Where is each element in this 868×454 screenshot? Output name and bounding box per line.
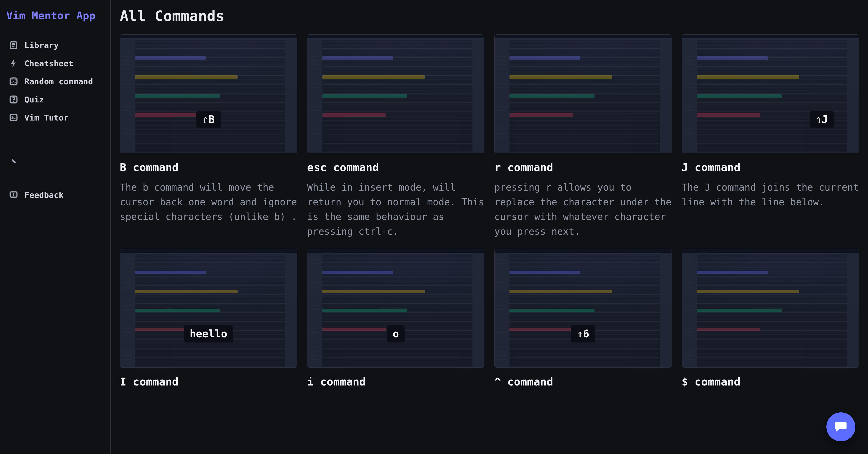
- sidebar-item-cheatsheet[interactable]: Cheatsheet: [6, 55, 104, 71]
- sidebar-item-vimtutor[interactable]: Vim Tutor: [6, 110, 104, 126]
- command-title: esc command: [307, 161, 485, 174]
- question-icon: [8, 94, 19, 104]
- key-badge: ⇧6: [571, 325, 595, 342]
- command-card[interactable]: esc command While in insert mode, will r…: [307, 34, 485, 239]
- command-card[interactable]: ⇧B B command The b command will move the…: [120, 34, 297, 239]
- sidebar-item-label: Random command: [24, 77, 93, 86]
- command-thumbnail: [682, 249, 859, 368]
- page-title: All Commands: [120, 8, 859, 24]
- command-thumbnail: ⇧J: [682, 34, 859, 153]
- command-thumbnail: [494, 34, 672, 153]
- theme-toggle[interactable]: [6, 153, 104, 170]
- sidebar-item-label: Cheatsheet: [24, 59, 73, 68]
- sidebar-item-library[interactable]: Library: [6, 37, 104, 53]
- key-badge: ⇧B: [196, 111, 221, 128]
- command-thumbnail: ⇧6: [494, 249, 672, 368]
- command-title: J command: [682, 161, 859, 174]
- command-card[interactable]: o i command: [307, 249, 485, 394]
- command-card[interactable]: heello I command: [120, 249, 297, 394]
- command-description: While in insert mode, will return you to…: [307, 180, 485, 239]
- terminal-icon: [8, 113, 19, 123]
- app-root: Vim Mentor App Library Cheatsheet Random…: [0, 0, 868, 454]
- main-content: All Commands ⇧B B command The b command …: [111, 0, 868, 454]
- chat-icon: [834, 420, 848, 434]
- dice-icon: [8, 77, 19, 86]
- chat-fab[interactable]: [827, 413, 855, 441]
- command-title: r command: [494, 161, 672, 174]
- command-card[interactable]: ⇧6 ^ command: [494, 249, 672, 394]
- svg-point-5: [14, 82, 16, 84]
- sidebar-item-label: Quiz: [24, 95, 44, 104]
- commands-grid: ⇧B B command The b command will move the…: [120, 34, 859, 394]
- sidebar-nav: Library Cheatsheet Random command Quiz: [6, 37, 104, 203]
- command-card[interactable]: ⇧J J command The J command joins the cur…: [682, 34, 859, 239]
- key-badge: heello: [184, 325, 233, 342]
- command-description: The J command joins the current line wit…: [682, 180, 859, 209]
- command-description: The b command will move the cursor back …: [120, 180, 297, 224]
- svg-point-2: [11, 79, 13, 81]
- moon-icon: [8, 156, 19, 167]
- command-thumbnail: [307, 34, 485, 153]
- command-thumbnail: heello: [120, 249, 297, 368]
- sidebar-item-quiz[interactable]: Quiz: [6, 91, 104, 108]
- book-icon: [8, 40, 19, 50]
- command-thumbnail: ⇧B: [120, 34, 297, 153]
- command-title: i command: [307, 375, 485, 388]
- sidebar-item-label: Feedback: [24, 190, 64, 200]
- key-badge: ⇧J: [810, 111, 834, 128]
- sidebar-item-label: Library: [24, 41, 59, 50]
- command-card[interactable]: $ command: [682, 249, 859, 394]
- feedback-icon: [8, 190, 19, 200]
- command-title: I command: [120, 375, 297, 388]
- key-badge: o: [387, 325, 405, 342]
- sidebar-gap: [6, 127, 104, 151]
- command-card[interactable]: r command pressing r allows you to repla…: [494, 34, 672, 239]
- app-logo[interactable]: Vim Mentor App: [6, 9, 104, 22]
- svg-point-6: [13, 81, 14, 82]
- command-title: B command: [120, 161, 297, 174]
- bolt-icon: [8, 58, 19, 68]
- sidebar-item-feedback[interactable]: Feedback: [6, 187, 104, 203]
- command-thumbnail: o: [307, 249, 485, 368]
- svg-point-3: [14, 79, 16, 81]
- svg-point-8: [13, 101, 14, 102]
- svg-point-11: [13, 195, 14, 196]
- sidebar-item-label: Vim Tutor: [24, 113, 68, 122]
- sidebar-item-random[interactable]: Random command: [6, 73, 104, 90]
- command-title: $ command: [682, 375, 859, 388]
- command-description: pressing r allows you to replace the cha…: [494, 180, 672, 239]
- sidebar: Vim Mentor App Library Cheatsheet Random…: [0, 0, 111, 454]
- svg-point-4: [11, 82, 13, 84]
- command-title: ^ command: [494, 375, 672, 388]
- sidebar-gap: [6, 171, 104, 185]
